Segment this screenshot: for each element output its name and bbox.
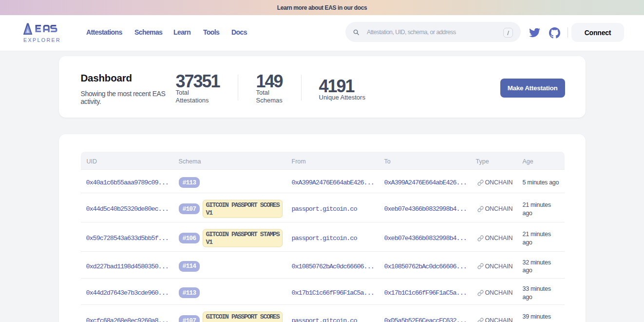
svg-text:EXPLORER: EXPLORER — [23, 37, 61, 43]
